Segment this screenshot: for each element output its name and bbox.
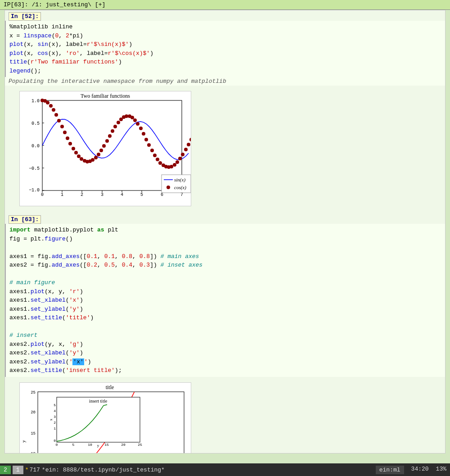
svg-point-70 [156,158,159,161]
svg-text:sin(x): sin(x) [174,177,185,183]
svg-point-50 [99,149,103,152]
svg-text:25: 25 [31,390,36,395]
svg-text:5: 5 [72,443,75,447]
svg-point-86 [166,186,170,189]
status-position: 34:20 [411,466,429,474]
svg-text:6: 6 [161,192,163,197]
svg-point-52 [105,139,109,143]
svg-point-67 [147,143,151,147]
svg-text:1: 1 [61,192,63,197]
cell-2-code[interactable]: import matplotlib.pyplot as plt fig = pl… [5,224,445,377]
plot2-inset-title: insert title [89,399,108,403]
svg-text:2: 2 [81,192,83,197]
svg-text:0: 0 [54,439,56,443]
svg-text:−0.5: −0.5 [29,166,40,171]
svg-point-37 [63,131,67,134]
svg-text:−1.0: −1.0 [29,188,40,193]
svg-text:x: x [49,418,53,421]
svg-point-32 [49,104,53,108]
svg-point-76 [173,163,176,167]
svg-point-69 [153,154,157,157]
svg-text:10: 10 [88,443,92,447]
svg-point-80 [184,148,188,151]
svg-point-54 [111,129,114,133]
svg-point-41 [74,151,78,154]
svg-text:4: 4 [121,192,123,197]
svg-point-42 [77,154,81,158]
title-text: IP[63]: /1: just_testing\ [+] [4,1,105,8]
svg-text:y: y [97,443,99,448]
svg-text:0: 0 [41,192,44,197]
status-modified: * [25,467,29,473]
cell-2-label: In [63]: [9,215,41,224]
plot1: Two familiar functions 1.0 0.5 0.0 −0.5 … [19,91,191,206]
title-bar: IP[63]: /1: just_testing\ [+] [0,0,450,10]
svg-point-35 [57,119,61,122]
svg-text:3: 3 [101,192,104,197]
status-linecount: 717 [29,467,40,473]
svg-text:0: 0 [56,443,58,447]
svg-text:15: 15 [104,443,109,447]
svg-point-38 [66,136,69,140]
plot2-main-title: title [106,384,114,390]
status-percent: 13% [436,466,446,474]
svg-point-49 [97,153,100,156]
svg-text:0.0: 0.0 [32,144,40,149]
svg-text:7: 7 [180,192,183,197]
svg-text:3: 3 [54,415,56,419]
status-bar: 2 1 * 717 *ein: 8888/test.ipynb/just_tes… [0,463,450,476]
svg-point-62 [133,118,137,122]
svg-point-65 [142,132,145,136]
plot2-container: title y x 25 20 15 10 5 0 0 1 2 [5,377,445,454]
svg-point-31 [46,101,50,104]
svg-text:0.5: 0.5 [32,121,40,126]
svg-point-63 [136,122,140,126]
svg-rect-103 [57,397,140,442]
status-filename: *ein: 8888/test.ipynb/just_testing* [42,467,165,473]
status-mode: ein:ml [376,466,404,474]
svg-point-66 [144,138,148,141]
notebook: In [52]: %matplotlib inline x = linspace… [4,10,446,453]
svg-point-55 [113,125,117,128]
cell-1-code[interactable]: %matplotlib inline x = linspace(0, 2*pi)… [5,21,445,77]
svg-point-79 [181,153,184,156]
svg-text:20: 20 [121,443,126,447]
svg-text:5: 5 [140,192,143,197]
svg-point-34 [54,113,58,117]
svg-point-40 [72,147,75,150]
svg-point-64 [139,127,143,130]
svg-point-81 [187,143,190,146]
plot2-svg: title y x 25 20 15 10 5 0 0 1 2 [20,383,191,454]
svg-point-36 [60,125,64,128]
cell-1: In [52]: %matplotlib inline x = linspace… [5,10,445,86]
svg-point-43 [80,157,83,161]
svg-point-59 [125,114,128,118]
plot1-container: Two familiar functions 1.0 0.5 0.0 −0.5 … [5,86,445,213]
svg-text:cos(x): cos(x) [174,185,186,190]
svg-point-78 [178,157,182,160]
svg-rect-1 [42,100,182,190]
svg-point-77 [176,160,179,164]
svg-text:5: 5 [54,403,56,407]
svg-point-33 [52,108,55,112]
svg-text:1: 1 [54,426,56,431]
svg-text:20: 20 [31,410,36,415]
svg-point-51 [102,144,106,148]
cell-1-label: In [52]: [9,12,41,21]
svg-text:10: 10 [31,452,36,454]
status-cell-1: 2 [0,466,11,474]
svg-point-75 [170,165,173,168]
svg-point-39 [68,142,72,145]
svg-point-71 [158,161,162,165]
svg-text:1.0: 1.0 [32,99,40,104]
status-right: ein:ml 34:20 13% [376,466,450,474]
plot1-title: Two familiar functions [81,93,130,99]
status-cell-2: 1 [13,466,23,474]
svg-point-56 [117,121,120,124]
plot1-svg: Two familiar functions 1.0 0.5 0.0 −0.5 … [20,91,191,204]
svg-point-48 [94,156,98,159]
cell-2: In [63]: import matplotlib.pyplot as plt… [5,213,445,377]
plot2: title y x 25 20 15 10 5 0 0 1 2 [19,382,191,454]
plot2-ylabel: y [21,440,26,442]
svg-point-61 [130,116,134,119]
